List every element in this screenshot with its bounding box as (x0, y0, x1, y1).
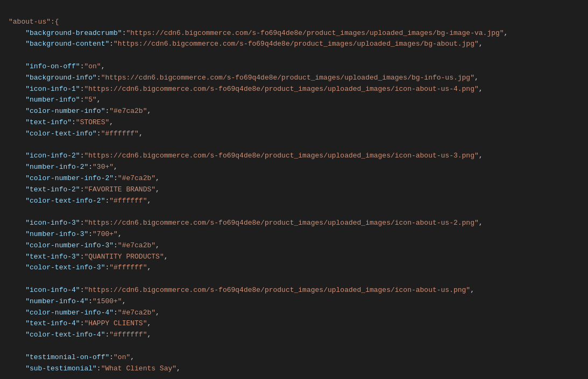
code-token: , (474, 74, 479, 82)
code-line: "icon-info-3":"https://cdn6.bigcommerce.… (9, 218, 579, 229)
code-token: "https://cdn6.bigcommerce.com/s-fo69q4de… (84, 286, 470, 294)
code-line (9, 274, 579, 285)
code-token: "number-info-2" (25, 163, 88, 171)
code-token: "background-content" (25, 40, 109, 48)
code-token: , (504, 29, 508, 37)
code-token: "text-info" (25, 118, 72, 126)
code-token: : (97, 74, 101, 82)
code-token: "testimonial-on-off" (25, 353, 109, 361)
code-token: "https://cdn6.bigcommerce.com/s-fo69q4de… (84, 85, 478, 93)
code-token: "#e7ca2b" (109, 107, 147, 115)
code-token: "#ffffff" (109, 331, 147, 339)
code-token: "https://cdn6.bigcommerce.com/s-fo69q4de… (101, 74, 474, 82)
code-token: "color-text-info" (25, 130, 97, 138)
code-token: "text-info-3" (25, 253, 80, 261)
code-line: "color-text-info-3":"#ffffff", (9, 262, 579, 274)
code-line: "sub-testimonial":"What Clients Say", (9, 363, 579, 375)
code-token: : (109, 353, 114, 361)
code-line: "color-number-info-2":"#e7ca2b", (9, 173, 579, 184)
code-token: "https://cdn6.bigcommerce.com/s-fo69q4de… (126, 29, 504, 37)
code-line: "color-number-info-4":"#e7ca2b", (9, 308, 579, 319)
code-line (9, 140, 579, 151)
code-token: , (176, 364, 181, 373)
code-token: "30+" (93, 163, 114, 171)
code-token: "text-info-4" (25, 319, 80, 327)
code-token: , (114, 163, 118, 171)
code-line: "about-us":{ (9, 17, 579, 28)
code-token: , (147, 107, 151, 115)
code-token: "text-info-2" (25, 185, 80, 194)
code-token: , (109, 118, 114, 126)
code-line: "text-info-3":"QUANTITY PRODUCTS", (9, 252, 579, 263)
code-token: : (88, 230, 93, 238)
code-line: "color-text-info":"#ffffff", (9, 128, 579, 140)
code-editor: "about-us":{ "background-breadcrumb":"ht… (9, 5, 579, 379)
code-token: , (122, 297, 126, 305)
code-line: "number-info-3":"700+", (9, 229, 579, 240)
code-token: "background-info" (25, 74, 97, 82)
code-line: "color-text-info-4":"#ffffff", (9, 330, 579, 341)
code-token: "color-number-info-4" (25, 309, 114, 317)
code-line (9, 374, 579, 379)
code-token: , (147, 319, 151, 327)
code-line: "number-info-4":"1500+", (9, 296, 579, 308)
code-token: : (109, 40, 114, 48)
code-token: : (88, 163, 93, 171)
code-line: "number-info-2":"30+", (9, 162, 579, 173)
code-token: "about-us":{ (9, 18, 59, 26)
code-token: "5" (84, 96, 96, 104)
code-token: : (114, 309, 118, 317)
code-token: : (114, 241, 118, 249)
code-token: "icon-info-4" (25, 286, 80, 294)
code-token: "#ffffff" (109, 263, 147, 271)
code-token: "number-info-4" (25, 297, 88, 305)
code-line: "color-number-info-3":"#e7ca2b", (9, 240, 579, 252)
code-line (9, 50, 579, 61)
code-token: "STORES" (76, 118, 109, 126)
code-line: "text-info-4":"HAPPY CLIENTS", (9, 318, 579, 330)
code-token: "color-text-info-3" (25, 263, 105, 271)
code-line: "info-on-off":"on", (9, 61, 579, 73)
code-token: "on" (114, 353, 130, 361)
code-token: "700+" (93, 230, 118, 238)
code-token: , (139, 130, 143, 138)
code-token: "#e7ca2b" (118, 309, 155, 317)
code-token: "QUANTITY PRODUCTS" (84, 253, 164, 261)
code-line: "icon-info-2":"https://cdn6.bigcommerce.… (9, 151, 579, 162)
code-line: "number-info":"5", (9, 95, 579, 106)
code-token: "icon-info-2" (25, 152, 80, 160)
code-token: "number-info" (25, 96, 80, 104)
code-line: "text-info":"STORES", (9, 117, 579, 128)
code-token: "info-on-off" (25, 62, 80, 70)
code-token: , (147, 263, 151, 271)
code-line: "background-content":"https://cdn6.bigco… (9, 39, 579, 50)
code-token: "https://cdn6.bigcommerce.com/s-fo69q4de… (114, 40, 479, 48)
code-token: "sub-testimonial" (25, 364, 97, 373)
code-token: "What Clients Say" (101, 364, 176, 373)
code-token: , (479, 40, 483, 48)
code-token: , (479, 152, 483, 160)
code-token: "on" (84, 62, 101, 70)
code-token: , (97, 96, 101, 104)
code-token: "https://cdn6.bigcommerce.com/s-fo69q4de… (84, 219, 478, 227)
code-token: , (479, 219, 483, 227)
code-token: "https://cdn6.bigcommerce.com/s-fo69q4de… (84, 152, 478, 160)
code-token: , (101, 62, 105, 70)
code-line (9, 341, 579, 352)
code-token: "color-number-info-3" (25, 241, 114, 249)
code-token: : (97, 364, 101, 373)
code-line: "color-text-info-2":"#ffffff", (9, 196, 579, 207)
code-line: "icon-info-1":"https://cdn6.bigcommerce.… (9, 84, 579, 95)
code-token: "background-breadcrumb" (25, 29, 122, 37)
code-token: "#ffffff" (101, 130, 139, 138)
code-line: "background-info":"https://cdn6.bigcomme… (9, 73, 579, 84)
code-token: "1500+" (93, 297, 122, 305)
code-line (9, 206, 579, 218)
code-token: "#ffffff" (109, 197, 147, 205)
code-line: "background-breadcrumb":"https://cdn6.bi… (9, 28, 579, 39)
code-token: : (97, 130, 101, 138)
code-token: , (164, 253, 168, 261)
code-token: , (155, 174, 160, 182)
code-line: "color-number-info":"#e7ca2b", (9, 106, 579, 117)
code-token: "FAVORITE BRANDS" (84, 185, 155, 194)
